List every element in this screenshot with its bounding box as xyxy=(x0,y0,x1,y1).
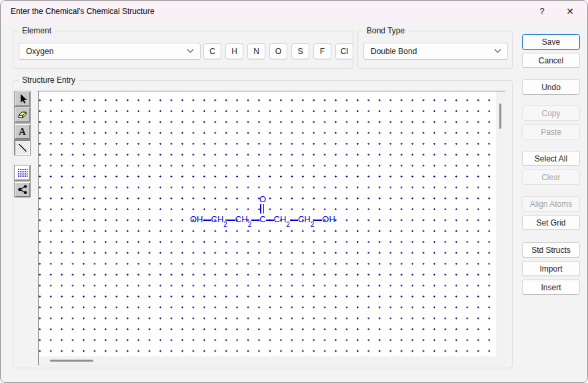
element-dropdown-value: Oxygen xyxy=(26,47,53,56)
horizontal-scrollbar-thumb[interactable] xyxy=(50,360,93,362)
atom-chain: OH CH2 CH2 C CH2 CH2 OH xyxy=(190,214,335,226)
letter-a-icon: A xyxy=(19,127,26,137)
single-bond xyxy=(314,220,322,221)
drawing-grid-area[interactable]: O OH CH2 CH2 C CH2 CH2 xyxy=(39,91,496,356)
horizontal-scrollbar[interactable] xyxy=(39,356,496,365)
bond-type-group-label: Bond Type xyxy=(363,26,408,36)
close-icon: ✕ xyxy=(566,6,574,17)
structure-canvas[interactable]: O OH CH2 CH2 C CH2 CH2 xyxy=(38,91,505,366)
diagonal-line-icon xyxy=(17,142,28,153)
structure-entry-label: Structure Entry xyxy=(19,75,79,85)
element-button-n[interactable]: N xyxy=(247,43,265,59)
element-dropdown[interactable]: Oxygen xyxy=(19,43,201,60)
set-grid-button[interactable]: Set Grid xyxy=(522,215,580,230)
element-button-h[interactable]: H xyxy=(225,43,243,59)
atom-label: CH2 xyxy=(298,214,314,226)
vertical-scrollbar-thumb[interactable] xyxy=(499,103,501,129)
paste-button: Paste xyxy=(522,124,580,139)
element-button-s[interactable]: S xyxy=(291,43,309,59)
element-button-o[interactable]: O xyxy=(269,43,287,59)
select-all-button[interactable]: Select All xyxy=(522,151,580,166)
atom-label: CH2 xyxy=(211,214,227,226)
text-tool-button[interactable]: A xyxy=(14,123,31,139)
molecule-bond-icon xyxy=(17,184,28,195)
single-bond xyxy=(266,220,274,221)
line-tool-button[interactable] xyxy=(14,139,31,155)
eraser-icon xyxy=(17,109,28,120)
atom-label: CH2 xyxy=(274,214,290,226)
chevron-down-icon xyxy=(494,49,501,53)
cancel-button[interactable]: Cancel xyxy=(522,53,580,68)
help-icon: ? xyxy=(539,6,544,16)
insert-button[interactable]: Insert xyxy=(522,280,580,295)
single-bond xyxy=(203,220,211,221)
chevron-down-icon xyxy=(187,49,194,53)
single-bond xyxy=(227,220,235,221)
element-group: Element Oxygen C H N O S F Cl xyxy=(13,31,353,69)
cursor-arrow-icon xyxy=(17,93,28,104)
element-button-f[interactable]: F xyxy=(313,43,331,59)
single-bond xyxy=(290,220,298,221)
bond-type-dropdown-value: Double Bond xyxy=(371,47,417,56)
single-bond xyxy=(251,220,259,221)
grid-toggle-button[interactable] xyxy=(14,165,31,181)
element-quick-buttons: C H N O S F Cl xyxy=(203,43,353,59)
align-atoms-button: Align Atoms xyxy=(522,196,580,212)
atom-label: C xyxy=(259,214,265,226)
bond-type-dropdown[interactable]: Double Bond xyxy=(363,43,508,60)
copy-button: Copy xyxy=(522,105,580,121)
close-button[interactable]: ✕ xyxy=(557,1,583,22)
std-structs-button[interactable]: Std Structs xyxy=(522,242,580,258)
bond-tool-button[interactable] xyxy=(14,181,31,198)
dot-grid-icon xyxy=(17,167,28,178)
atom-label: OH xyxy=(322,214,335,226)
eraser-tool-button[interactable] xyxy=(14,107,31,123)
chemical-structure-dialog: Enter the Chemical's Chemical Structure … xyxy=(0,0,588,383)
import-button[interactable]: Import xyxy=(522,261,580,276)
element-button-cl[interactable]: Cl xyxy=(335,43,353,59)
vertical-scrollbar[interactable] xyxy=(496,91,505,356)
element-button-c[interactable]: C xyxy=(203,43,221,59)
title-bar: Enter the Chemical's Chemical Structure … xyxy=(1,1,587,22)
carbonyl-oxygen-atom: O xyxy=(259,195,266,204)
double-bond xyxy=(260,204,264,214)
help-button[interactable]: ? xyxy=(529,1,555,22)
structure-entry-group: Structure Entry A xyxy=(13,80,513,368)
bond-type-group: Bond Type Double Bond xyxy=(357,31,513,69)
window-title: Enter the Chemical's Chemical Structure xyxy=(11,1,155,22)
element-group-label: Element xyxy=(19,26,55,36)
select-tool-button[interactable] xyxy=(14,91,31,107)
undo-button[interactable]: Undo xyxy=(522,79,580,95)
atom-label: CH2 xyxy=(235,214,251,226)
clear-button: Clear xyxy=(522,169,580,185)
save-button[interactable]: Save xyxy=(522,34,580,50)
scrollbar-corner xyxy=(496,356,505,365)
atom-label: OH xyxy=(190,214,203,226)
